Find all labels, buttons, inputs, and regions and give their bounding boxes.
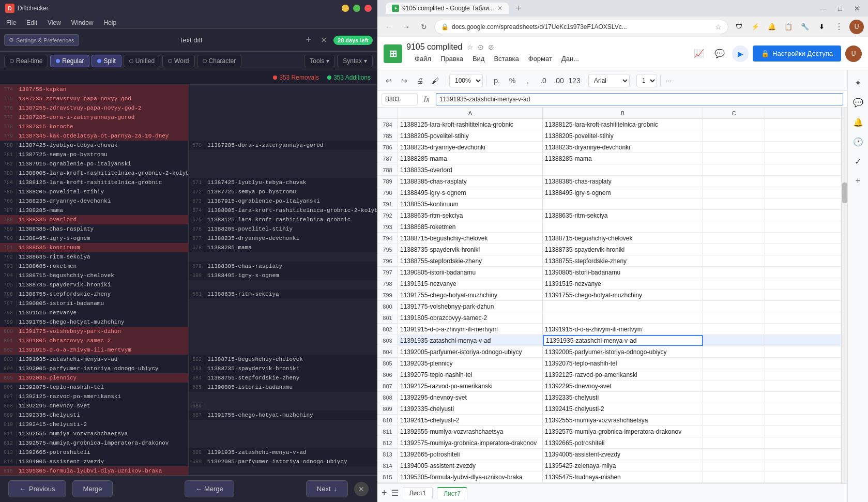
table-row[interactable]: 80411392005-parfyumer-istoriya-odnogo-ub… [377, 346, 841, 358]
cell-c[interactable] [703, 346, 765, 357]
cell-c[interactable] [703, 437, 765, 448]
table-row[interactable]: 81111392555-mumiya-vozvrashchaetsya11392… [377, 426, 841, 437]
cell-a[interactable]: 11392295-dnevnoy-svet [398, 392, 543, 403]
cell-b[interactable] [543, 221, 703, 232]
cell-b[interactable]: 11391515-nezvanye [543, 278, 703, 289]
chrome-maximize-button[interactable]: □ [833, 1, 847, 16]
chrome-close-button[interactable]: ✕ [849, 1, 864, 16]
sheets-avatar[interactable]: U [845, 45, 862, 62]
more-options-button[interactable]: ··· [664, 76, 673, 85]
cell-a[interactable]: 11388335-overlord [398, 164, 543, 175]
cell-a[interactable]: 11394005-assistent-zvezdy [398, 460, 543, 471]
table-row[interactable]: 79711390805-istorii-badanamu11390805-ist… [377, 267, 841, 278]
cell-a[interactable]: 11388125-lara-kroft-rashititelnica-grobn… [398, 119, 543, 130]
cell-a[interactable]: 11392665-potroshiteli [398, 449, 543, 460]
merge-button-left[interactable]: Merge [72, 480, 113, 497]
cell-b[interactable]: 11392125-razvod-po-amerikanski [543, 369, 703, 380]
previous-button[interactable]: ← Previous [8, 480, 66, 497]
font-select[interactable]: Arial [588, 74, 630, 87]
cell-c[interactable] [703, 449, 765, 460]
tools-button[interactable]: Tools ▾ [304, 55, 335, 67]
cell-c[interactable] [703, 176, 765, 187]
cell-a[interactable]: 11388755-stepfordskie-zheny [398, 255, 543, 266]
cell-a[interactable]: 11388685-roketmen [398, 221, 543, 232]
table-row[interactable]: 79511388735-spaydervik-hroniki11388735-s… [377, 244, 841, 255]
sidebar-plus-icon[interactable]: + [850, 173, 866, 189]
star-icon[interactable]: ☆ [467, 43, 474, 51]
tab-character[interactable]: Character [197, 55, 242, 67]
sidebar-notification-icon[interactable]: 🔔 [850, 114, 866, 130]
cell-b[interactable] [543, 164, 703, 175]
redo-button[interactable]: ↪ [397, 73, 412, 88]
cell-c[interactable] [703, 255, 765, 266]
close-button[interactable]: ✕ [364, 5, 372, 12]
settings-preferences-button[interactable]: ⚙ Settings & Preferences [4, 34, 79, 46]
cell-c[interactable] [703, 369, 765, 380]
cell-c[interactable] [703, 164, 765, 175]
add-sheet-button[interactable]: + [382, 488, 387, 498]
cell-b[interactable]: 11392335-chelyusti [543, 392, 703, 403]
table-row[interactable]: 78611388235-dryannye-devchonki11388235-d… [377, 142, 841, 153]
cell-c[interactable] [703, 392, 765, 403]
cell-c[interactable] [703, 312, 765, 323]
cell-b[interactable]: 11392415-chelyusti-2 [543, 403, 703, 414]
add-tab-button[interactable]: + [303, 34, 315, 47]
cell-b[interactable]: 11388125-lara-kroft-rashititelnica-grobn… [543, 119, 703, 130]
access-button[interactable]: 🔒 Настройки Доступа [753, 45, 841, 62]
table-row[interactable]: 78411388125-lara-kroft-rashititelnica-gr… [377, 119, 841, 130]
cell-c[interactable] [703, 324, 765, 334]
extension-icon-5[interactable]: 🔧 [798, 20, 812, 34]
menu-file[interactable]: Файл [410, 53, 435, 65]
paint-format-button[interactable]: 🖌 [428, 73, 443, 88]
address-bar[interactable]: 🔒 docs.google.com/spreadsheets/d/17UeKc1… [434, 20, 728, 34]
cell-b[interactable]: 11391755-chego-hotyat-muzhchiny [543, 290, 703, 300]
table-row[interactable]: 79911391755-chego-hotyat-muzhchiny113917… [377, 290, 841, 301]
sidebar-history-icon[interactable]: 🕐 [850, 133, 866, 150]
menu-view[interactable]: Вид [468, 53, 489, 65]
table-row[interactable]: 78711388285-mama11388285-mama [377, 153, 841, 164]
table-row[interactable]: 78811388335-overlord [377, 164, 841, 176]
chrome-tab-close[interactable]: ✕ [497, 5, 502, 12]
cell-c[interactable] [703, 221, 765, 232]
cell-a[interactable]: 11388635-ritm-sekciya [398, 210, 543, 221]
cell-a[interactable]: 11391935-zatashchi-menya-v-ad [398, 335, 543, 346]
increase-decimal[interactable]: .00 [552, 73, 566, 88]
cell-b[interactable]: 11388385-chas-rasplaty [543, 176, 703, 187]
col-header-a[interactable]: A [398, 108, 543, 118]
table-row[interactable]: 81511395305-formula-lyubvi-dlya-uznikov-… [377, 471, 841, 483]
extension-icon-3[interactable]: 🔔 [765, 20, 779, 34]
cell-a[interactable]: 11388205-povelitel-stihiy [398, 130, 543, 141]
currency-button[interactable]: р. [490, 73, 504, 88]
cell-c[interactable] [703, 301, 765, 312]
extension-icon-2[interactable]: ⚡ [748, 20, 763, 34]
maximize-button[interactable]: □ [353, 5, 360, 12]
cell-b[interactable]: 11388205-povelitel-stihiy [543, 130, 703, 141]
tab-realtime[interactable]: Real-time [4, 55, 48, 67]
table-row[interactable]: 80111391805-obrazcovyy-samec-2 [377, 312, 841, 324]
reload-button[interactable]: ↻ [417, 20, 431, 34]
font-size-select[interactable]: 10 [636, 74, 657, 87]
sheet-tab-2[interactable]: Лист7 [437, 487, 467, 499]
cell-c[interactable] [703, 278, 765, 289]
extension-shield-icon[interactable]: 🛡 [732, 20, 746, 34]
cell-c[interactable] [703, 335, 765, 346]
cell-a[interactable]: 11391755-chego-hotyat-muzhchiny [398, 290, 543, 300]
menu-edit[interactable]: Правка [436, 53, 467, 65]
cell-b[interactable]: 11395425-zelenaya-milya [543, 460, 703, 471]
merge-button-center[interactable]: ← Merge [185, 480, 234, 497]
cell-c[interactable] [703, 460, 765, 471]
cell-a[interactable]: 11390805-istorii-badanamu [398, 267, 543, 278]
table-row[interactable]: 80511392035-plennicy11392075-teplo-nashi… [377, 358, 841, 369]
cell-a[interactable]: 11388715-begushchiy-chelovek [398, 233, 543, 244]
extension-icon-6[interactable]: ⬇ [814, 20, 829, 34]
vertical-scrollbar[interactable] [841, 108, 847, 483]
sheet-tab-1[interactable]: Лист1 [403, 487, 433, 499]
cell-b[interactable]: 11392295-dnevnoy-svet [543, 381, 703, 391]
cell-a[interactable]: 11388495-igry-s-ognem [398, 187, 543, 198]
table-row[interactable]: 81311392665-potroshiteli11394005-assiste… [377, 449, 841, 460]
table-row[interactable]: 81211392575-mumiya-grobnica-imperatora-d… [377, 437, 841, 449]
menu-window[interactable]: Window [69, 18, 96, 27]
table-row[interactable]: 79211388635-ritm-sekciya11388635-ritm-se… [377, 210, 841, 221]
sidebar-explore-icon[interactable]: ✦ [850, 74, 866, 91]
table-row[interactable]: 80311391935-zatashchi-menya-v-ad11391935… [377, 335, 841, 346]
